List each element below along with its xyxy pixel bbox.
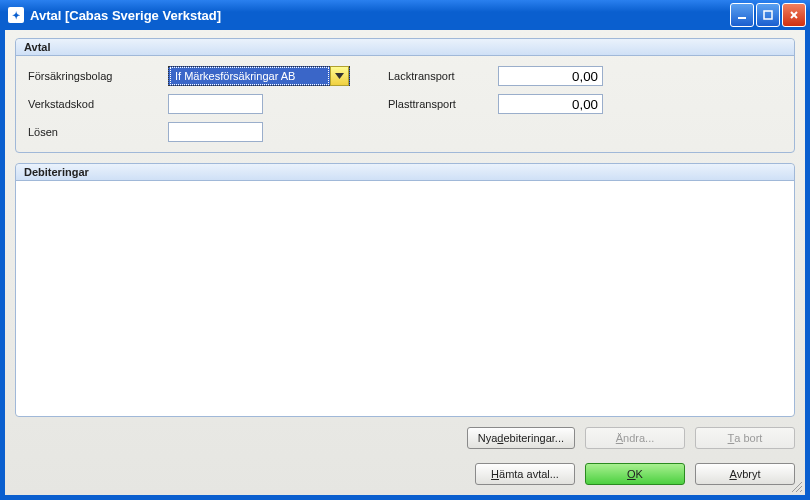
dialog-buttons: Hämta avtal... OK Avbryt	[15, 463, 795, 485]
avbryt-button[interactable]: Avbryt	[695, 463, 795, 485]
maximize-button[interactable]	[756, 3, 780, 27]
password-input[interactable]	[168, 122, 263, 142]
nya-debiteringar-button[interactable]: Nya debiteringar...	[467, 427, 575, 449]
plasttransport-label: Plasttransport	[388, 98, 498, 110]
chevron-down-icon[interactable]	[330, 66, 349, 86]
debiteringar-group: Debiteringar	[15, 163, 795, 417]
client-area: Avtal Försäkringsbolag If Märkesförsäkri…	[4, 30, 806, 496]
avtal-group: Avtal Försäkringsbolag If Märkesförsäkri…	[15, 38, 795, 153]
titlebar: ✦ Avtal [Cabas Sverige Verkstad]	[0, 0, 810, 30]
close-button[interactable]	[782, 3, 806, 27]
svg-marker-4	[335, 73, 344, 79]
lacktransport-label: Lacktransport	[388, 70, 498, 82]
debiteringar-buttons: Nya debiteringar... Ändra... Ta bort	[15, 427, 795, 449]
workshop-code-label: Verkstadskod	[28, 98, 168, 110]
insurer-combo[interactable]: If Märkesförsäkringar AB	[168, 66, 350, 86]
window-title: Avtal [Cabas Sverige Verkstad]	[30, 8, 730, 23]
insurer-label: Försäkringsbolag	[28, 70, 168, 82]
debiteringar-list[interactable]	[16, 181, 794, 416]
hamta-avtal-button[interactable]: Hämta avtal...	[475, 463, 575, 485]
minimize-button[interactable]	[730, 3, 754, 27]
app-icon: ✦	[8, 7, 24, 23]
plasttransport-input[interactable]	[498, 94, 603, 114]
insurer-combo-text: If Märkesförsäkringar AB	[170, 67, 329, 85]
debiteringar-header: Debiteringar	[16, 164, 794, 181]
password-label: Lösen	[28, 126, 168, 138]
ok-button[interactable]: OK	[585, 463, 685, 485]
svg-rect-1	[764, 11, 772, 19]
avtal-header: Avtal	[16, 39, 794, 56]
svg-rect-0	[738, 17, 746, 19]
workshop-code-input[interactable]	[168, 94, 263, 114]
window-controls	[730, 3, 806, 27]
lacktransport-input[interactable]	[498, 66, 603, 86]
app-window: ✦ Avtal [Cabas Sverige Verkstad] Avtal F…	[0, 0, 810, 500]
ta-bort-button[interactable]: Ta bort	[695, 427, 795, 449]
svg-line-7	[800, 490, 802, 492]
resize-grip[interactable]	[789, 479, 803, 493]
andra-button[interactable]: Ändra...	[585, 427, 685, 449]
